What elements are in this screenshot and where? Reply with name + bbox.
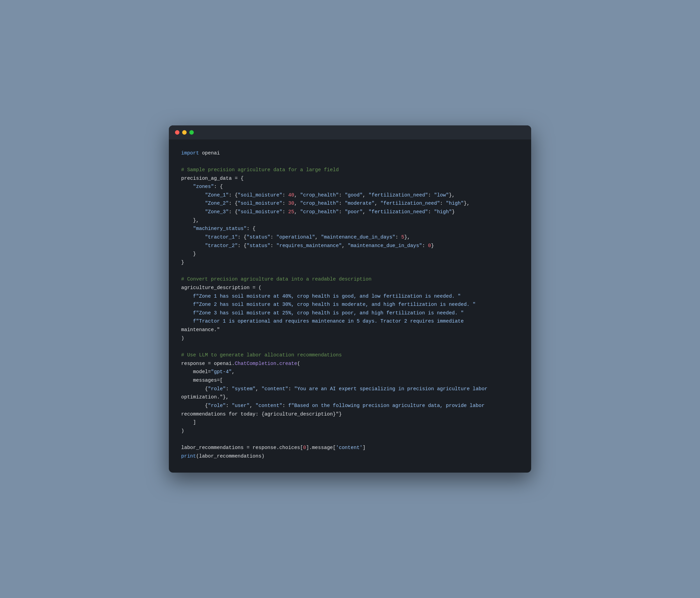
code-editor-window: import openai # Sample precision agricul… <box>169 125 531 473</box>
titlebar <box>169 125 531 139</box>
minimize-button[interactable] <box>182 130 187 135</box>
code-content: import openai # Sample precision agricul… <box>169 139 531 473</box>
maximize-button[interactable] <box>189 130 194 135</box>
close-button[interactable] <box>175 130 179 135</box>
